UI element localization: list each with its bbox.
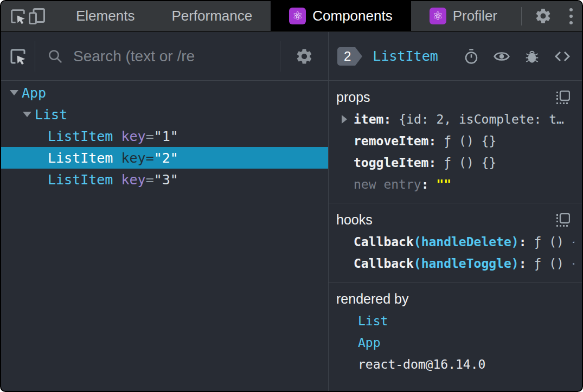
- tab-performance[interactable]: Performance: [153, 1, 271, 31]
- search-icon: [47, 48, 63, 65]
- rendered-by-row-list[interactable]: List: [334, 310, 574, 332]
- devtools-tabs: Elements Performance ⚛ Components ⚛ Prof…: [57, 1, 516, 31]
- prop-key: item: [354, 112, 383, 126]
- expander-icon[interactable]: [10, 90, 22, 95]
- inspector-header: 2 ListItem: [329, 32, 582, 81]
- rendered-by-row-react-dom: react-dom@16.14.0: [334, 354, 574, 375]
- react-logo-icon: ⚛: [289, 8, 306, 24]
- hooks-section: hooks Callback(handleDelete): ƒ () {} Ca…: [329, 203, 582, 282]
- props-title: props: [336, 89, 370, 105]
- colon: :: [383, 112, 391, 126]
- inspect-dom-eye-icon[interactable]: [493, 48, 510, 65]
- component-name: App: [22, 85, 46, 101]
- hooks-title: hooks: [336, 212, 373, 228]
- colon: :: [519, 256, 527, 271]
- prop-row-new-entry[interactable]: new entry: "": [334, 173, 574, 195]
- tab-profiler[interactable]: ⚛ Profiler: [411, 1, 516, 31]
- attr-name: key: [121, 128, 145, 144]
- component-name: List: [35, 107, 67, 123]
- hook-arg: (handleToggle): [414, 256, 519, 271]
- owner-link[interactable]: List: [358, 314, 388, 328]
- tree-toolbar: [1, 32, 328, 81]
- hook-value: ƒ () {}: [534, 256, 574, 271]
- inspector-panel: 2 ListItem: [329, 32, 582, 391]
- hook-value: ƒ () {}: [534, 235, 574, 249]
- prop-key: toggleItem: [354, 156, 428, 170]
- prop-key: removeItem: [354, 134, 428, 148]
- search-input[interactable]: [73, 48, 280, 65]
- copy-props-icon[interactable]: [556, 91, 570, 105]
- tree-row-listitem-3[interactable]: ListItem key="3": [1, 169, 328, 190]
- new-entry-value[interactable]: "": [436, 177, 451, 191]
- attr-equals: =: [146, 128, 154, 144]
- renderer-version: react-dom@16.14.0: [358, 357, 485, 371]
- hook-row-handledelete[interactable]: Callback(handleDelete): ƒ () {}: [334, 231, 574, 253]
- view-source-code-icon[interactable]: [554, 48, 571, 65]
- hook-name: Callback: [354, 256, 414, 271]
- attr-value: "1": [154, 128, 178, 144]
- props-section: props item: {id: 2, isComplete: t…: [329, 81, 582, 203]
- devtools-window: Elements Performance ⚛ Components ⚛ Prof…: [0, 0, 583, 392]
- attr-equals: =: [146, 172, 154, 188]
- colon: :: [519, 235, 527, 249]
- tab-elements[interactable]: Elements: [57, 1, 153, 31]
- tree-settings-gear-icon[interactable]: [280, 47, 328, 66]
- devtools-tab-bar: Elements Performance ⚛ Components ⚛ Prof…: [1, 1, 582, 32]
- inspector-actions: [463, 48, 571, 65]
- selected-component-title: ListItem: [373, 48, 438, 64]
- tab-label: Profiler: [453, 8, 497, 24]
- settings-gear-icon[interactable]: [527, 7, 559, 25]
- more-options-kebab-icon[interactable]: [559, 8, 583, 24]
- prop-row-toggleitem[interactable]: toggleItem: ƒ () {}: [334, 152, 574, 173]
- component-name: ListItem: [48, 172, 113, 188]
- components-panel: App List ListItem key="1" ListItem key="…: [1, 32, 582, 391]
- rendered-by-title: rendered by: [336, 291, 408, 307]
- colon: :: [428, 156, 436, 170]
- rendered-by-row-app[interactable]: App: [334, 332, 574, 354]
- tree-row-app[interactable]: App: [1, 82, 328, 104]
- pick-element-icon[interactable]: [1, 47, 35, 66]
- tab-label: Components: [312, 8, 392, 24]
- tab-label: Performance: [171, 8, 252, 24]
- hook-arg: (handleDelete): [414, 235, 519, 249]
- prop-row-item[interactable]: item: {id: 2, isComplete: t…: [334, 108, 574, 130]
- attr-value: "3": [154, 172, 178, 188]
- rendered-by-section: rendered by List App react-dom@16.14.0: [329, 282, 582, 383]
- owners-count-badge[interactable]: 2: [337, 47, 355, 66]
- attr-equals: =: [146, 150, 154, 166]
- inspect-element-icon[interactable]: [9, 7, 27, 25]
- hook-name: Callback: [354, 235, 414, 249]
- attr-name: key: [121, 172, 145, 188]
- prop-value: ƒ () {}: [444, 134, 496, 148]
- debug-bug-icon[interactable]: [523, 48, 541, 65]
- prop-value: {id: 2, isComplete: t…: [399, 112, 564, 126]
- component-tree-panel: App List ListItem key="1" ListItem key="…: [1, 32, 329, 391]
- suspend-stopwatch-icon[interactable]: [463, 48, 480, 65]
- tab-components[interactable]: ⚛ Components: [271, 1, 411, 31]
- colon: :: [421, 177, 429, 191]
- hook-row-handletoggle[interactable]: Callback(handleToggle): ƒ () {}: [334, 253, 574, 274]
- prop-value: ƒ () {}: [444, 156, 496, 170]
- attr-name: key: [121, 150, 145, 166]
- attr-value: "2": [154, 150, 178, 166]
- react-logo-icon: ⚛: [430, 8, 446, 24]
- component-name: ListItem: [48, 150, 113, 166]
- expander-icon[interactable]: [342, 115, 354, 124]
- copy-hooks-icon[interactable]: [556, 213, 570, 227]
- component-name: ListItem: [48, 128, 113, 144]
- prop-row-removeitem[interactable]: removeItem: ƒ () {}: [334, 130, 574, 152]
- tree-row-listitem-2-selected[interactable]: ListItem key="2": [1, 147, 328, 169]
- search-bar: [35, 48, 280, 65]
- new-entry-key[interactable]: new entry: [354, 177, 421, 191]
- toolbar-separator: [521, 7, 522, 25]
- tree-row-listitem-1[interactable]: ListItem key="1": [1, 125, 328, 147]
- owner-link[interactable]: App: [358, 336, 381, 350]
- device-toolbar-icon[interactable]: [27, 7, 47, 26]
- tree-row-list[interactable]: List: [1, 104, 328, 125]
- expander-icon[interactable]: [23, 112, 35, 117]
- component-tree: App List ListItem key="1" ListItem key="…: [1, 81, 328, 391]
- colon: :: [428, 134, 436, 148]
- tab-label: Elements: [76, 8, 134, 24]
- topbar-right-controls: [516, 7, 583, 25]
